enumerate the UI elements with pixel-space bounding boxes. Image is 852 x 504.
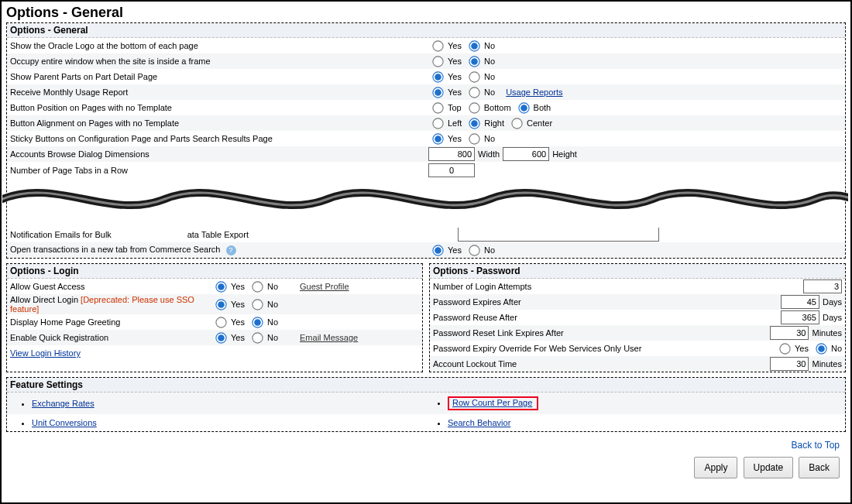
- link-guest-profile[interactable]: Guest Profile: [300, 282, 349, 291]
- radio-oracle-logo-no[interactable]: [469, 40, 479, 51]
- radio-greeting-yes[interactable]: [215, 317, 226, 327]
- link-email-message[interactable]: Email Message: [300, 333, 358, 342]
- radio-sticky-yes[interactable]: [432, 133, 443, 144]
- label-no: No: [484, 245, 495, 255]
- radio-direct-no[interactable]: [252, 299, 263, 310]
- radio-parent-no[interactable]: [469, 71, 479, 82]
- link-view-login-history[interactable]: View Login History: [10, 348, 81, 358]
- radio-occupy-yes[interactable]: [432, 56, 443, 67]
- row-notification-emails-label: Notification Emails for Bulk ata Table E…: [10, 230, 428, 239]
- label-width: Width: [478, 149, 500, 159]
- panel-login-header: Options - Login: [7, 264, 422, 279]
- radio-guest-no[interactable]: [252, 281, 263, 292]
- label-no: No: [484, 87, 495, 97]
- label-no: No: [267, 333, 278, 342]
- row-login-attempts-label: Number of Login Attempts: [433, 282, 696, 291]
- radio-guest-yes[interactable]: [215, 281, 226, 292]
- row-login-history: View Login History: [7, 345, 422, 361]
- label-minutes: Minutes: [812, 328, 842, 338]
- input-password-reuse[interactable]: [781, 310, 819, 324]
- row-sticky-buttons-label: Sticky Buttons on Configuration Page and…: [10, 134, 428, 143]
- row-button-position: Button Position on Pages with no Templat…: [7, 100, 845, 115]
- row-password-reuse-label: Password Reuse After: [433, 313, 696, 322]
- row-guest-access: Allow Guest Access Yes No Guest Profile: [7, 279, 422, 294]
- link-search-behavior[interactable]: Search Behavior: [448, 418, 510, 427]
- radio-align-center[interactable]: [511, 118, 522, 129]
- row-home-greeting-label: Display Home Page Greeting: [10, 317, 211, 327]
- radio-quickreg-yes[interactable]: [215, 332, 226, 343]
- link-exchange-rates[interactable]: Exchange Rates: [32, 399, 94, 408]
- radio-usage-yes[interactable]: [432, 87, 443, 98]
- update-button[interactable]: Update: [744, 457, 794, 478]
- label-yes: Yes: [448, 87, 462, 97]
- row-notification-emails: Notification Emails for Bulk ata Table E…: [7, 227, 845, 242]
- help-icon[interactable]: ?: [226, 245, 236, 255]
- row-button-position-label: Button Position on Pages with no Templat…: [10, 103, 428, 112]
- link-back-to-top[interactable]: Back to Top: [792, 440, 840, 451]
- row-home-greeting: Display Home Page Greeting Yes No: [7, 314, 422, 330]
- panel-password: Options - Password Number of Login Attem…: [429, 263, 846, 372]
- radio-newtab-yes[interactable]: [432, 245, 443, 255]
- row-usage-report: Receive Monthly Usage Report Yes No Usag…: [7, 84, 845, 100]
- label-yes: Yes: [448, 72, 462, 81]
- input-dialog-width[interactable]: [428, 147, 475, 161]
- page-title: Options - General: [6, 5, 846, 21]
- row-oracle-logo-label: Show the Oracle Logo at the bottom of ea…: [10, 41, 428, 50]
- link-usage-reports[interactable]: Usage Reports: [506, 87, 562, 97]
- row-dialog-dimensions-label: Accounts Browse Dialog Dimensions: [10, 149, 428, 159]
- radio-direct-yes[interactable]: [215, 299, 226, 310]
- row-open-new-tab: Open transactions in a new tab from Comm…: [7, 242, 845, 258]
- input-reset-link-expires[interactable]: [770, 326, 809, 340]
- link-unit-conversions[interactable]: Unit Conversions: [32, 418, 97, 427]
- input-password-expires[interactable]: [781, 295, 819, 309]
- input-dialog-height[interactable]: [503, 147, 549, 161]
- row-guest-access-label: Allow Guest Access: [10, 282, 211, 291]
- back-button[interactable]: Back: [799, 457, 840, 478]
- radio-pos-bottom[interactable]: [469, 102, 479, 113]
- radio-parent-yes[interactable]: [432, 71, 443, 82]
- button-bar: Apply Update Back: [6, 454, 846, 483]
- label-yes: Yes: [448, 134, 462, 143]
- label-yes: Yes: [231, 333, 245, 342]
- radio-sticky-no[interactable]: [469, 133, 479, 144]
- radio-align-left[interactable]: [432, 118, 443, 129]
- feature-row-0: Exchange Rates Row Count Per Page: [7, 393, 845, 414]
- label-yes: Yes: [231, 300, 245, 309]
- radio-quickreg-no[interactable]: [252, 332, 263, 343]
- label-no: No: [484, 57, 495, 66]
- panel-login: Options - Login Allow Guest Access Yes N…: [6, 263, 423, 372]
- radio-align-right[interactable]: [469, 118, 480, 129]
- radio-greeting-no[interactable]: [252, 317, 263, 327]
- panel-password-header: Options - Password: [430, 264, 845, 279]
- radio-newtab-no[interactable]: [469, 245, 479, 255]
- row-dialog-dimensions: Accounts Browse Dialog Dimensions Width …: [7, 146, 845, 162]
- row-direct-login: Allow Direct Login [Deprecated: Please u…: [7, 294, 422, 314]
- radio-occupy-no[interactable]: [469, 56, 479, 67]
- radio-oracle-logo-yes[interactable]: [432, 40, 443, 51]
- radio-usage-no[interactable]: [469, 87, 479, 98]
- label-yes: Yes: [795, 344, 809, 353]
- row-parent-parts: Show Parent Parts on Part Detail Page Ye…: [7, 69, 845, 84]
- row-oracle-logo: Show the Oracle Logo at the bottom of ea…: [7, 38, 845, 53]
- row-direct-login-label: Allow Direct Login [Deprecated: Please u…: [10, 295, 211, 314]
- apply-button[interactable]: Apply: [694, 457, 737, 478]
- radio-override-no[interactable]: [816, 343, 826, 354]
- row-reset-link-expires: Password Reset Link Expires After Minute…: [430, 325, 845, 341]
- label-center: Center: [527, 118, 552, 128]
- panel-general: Options - General Show the Oracle Logo a…: [6, 22, 846, 259]
- input-notification-emails[interactable]: [458, 228, 659, 242]
- row-lockout-time: Account Lockout Time Minutes: [430, 356, 845, 372]
- label-no: No: [484, 41, 495, 50]
- row-password-expires-label: Password Expires After: [433, 297, 696, 307]
- label-yes: Yes: [231, 282, 245, 291]
- row-occupy-window: Occupy entire window when the site is in…: [7, 53, 845, 69]
- radio-pos-top[interactable]: [432, 102, 443, 113]
- radio-pos-both[interactable]: [518, 102, 529, 113]
- label-yes: Yes: [231, 317, 245, 327]
- label-no: No: [267, 300, 278, 309]
- link-row-count-per-page[interactable]: Row Count Per Page: [452, 398, 532, 407]
- radio-override-yes[interactable]: [779, 343, 790, 354]
- input-login-attempts[interactable]: [803, 279, 842, 293]
- row-password-reuse: Password Reuse After Days: [430, 310, 845, 325]
- input-lockout-time[interactable]: [770, 357, 809, 371]
